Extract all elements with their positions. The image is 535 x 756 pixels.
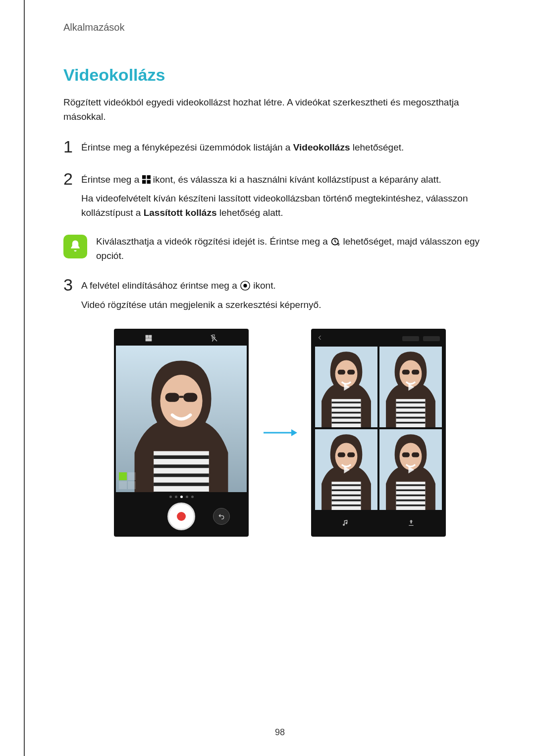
flash-off-icon [210,334,218,342]
step-2-pre: Érintse meg a [81,174,142,185]
svg-rect-38 [412,370,419,375]
svg-rect-10 [146,339,152,341]
step-1-pre: Érintse meg a fényképezési üzemmódok lis… [81,142,293,152]
svg-point-7 [243,284,247,287]
back-icon[interactable] [317,335,323,343]
svg-rect-1 [147,175,150,179]
step-2-post: ikont, és válassza ki a használni kívánt… [153,174,441,185]
record-button[interactable] [167,503,195,530]
svg-rect-3 [147,180,150,184]
collage-grid-icon [142,175,151,184]
play-icon [405,464,416,475]
step-2: 2 Érintse meg a ikont, és válassza ki a … [63,170,496,225]
step-2-text-1: Érintse meg a ikont, és válassza ki a ha… [81,173,496,187]
tip-text: Kiválaszthatja a videók rögzítési idejét… [96,235,496,263]
play-icon [341,464,352,475]
editor-bottombar [313,512,444,534]
page-number: 98 [25,726,535,739]
breadcrumb: Alkalmazások [63,20,496,35]
music-button[interactable] [342,519,350,527]
step-1: 1 Érintse meg a fényképezési üzemmódok l… [63,138,496,160]
tip-callout: Kiválaszthatja a videók rögzítési idejét… [63,235,496,263]
mode-dots [116,494,247,499]
document-page: Alkalmazások Videokollázs Rögzített vide… [24,0,535,756]
camera-screenshot [114,329,249,537]
step-2-p2-post: lehetőség alatt. [217,207,283,218]
svg-rect-57 [402,453,410,457]
camera-viewfinder [116,346,247,492]
step-1-bold: Videokollázs [293,142,350,152]
svg-rect-27 [338,370,345,375]
collage-cell-3[interactable] [315,429,377,510]
step-3-text-1: A felvétel elindításához érintse meg a i… [81,279,496,293]
bell-icon [63,235,87,258]
step-1-post: lehetőséget. [350,142,404,152]
svg-rect-48 [347,453,355,457]
svg-rect-0 [142,175,146,179]
step-number: 2 [63,170,74,225]
camera-topbar [116,333,247,344]
svg-rect-14 [165,393,179,402]
step-number: 3 [63,276,74,317]
play-icon [405,382,416,393]
play-icon [341,382,352,393]
step-3-post: ikont. [253,280,275,291]
svg-rect-37 [402,370,410,375]
svg-text:6: 6 [337,242,339,247]
intro-text: Rögzített videókból egyedi videokollázst… [63,96,496,124]
step-2-text-2: Ha videofelvételt kíván készíteni lassít… [81,192,496,220]
step-2-p2-bold: Lassított kollázs [144,207,217,218]
figure-row [63,329,496,537]
camera-collage-icon [145,334,153,342]
step-3-text-2: Videó rögzítése után megjelenik a szerke… [81,298,496,312]
step-3: 3 A felvétel elindításához érintse meg a… [63,276,496,317]
step-number: 1 [63,138,74,160]
svg-rect-9 [149,335,152,338]
svg-rect-8 [146,335,148,338]
svg-rect-16 [179,396,183,398]
collage-cell-2[interactable] [379,347,442,427]
svg-rect-2 [142,180,146,184]
svg-rect-47 [338,453,345,457]
step-3-pre: A felvétel elindításához érintse meg a [81,280,240,291]
record-inline-icon [240,280,251,291]
editor-action-2[interactable] [423,336,440,341]
svg-rect-58 [412,453,419,457]
collage-cell-1[interactable] [315,347,377,427]
subject-portrait [116,346,247,492]
timer-icon: 6 [330,237,340,247]
collage-preview [313,345,444,512]
collage-progress-indicator [119,472,136,489]
undo-button[interactable] [213,508,230,525]
collage-cell-4[interactable] [379,429,442,510]
svg-rect-28 [347,370,355,375]
export-button[interactable] [407,519,415,527]
arrow-right-icon [263,428,297,438]
svg-marker-24 [291,429,297,436]
camera-controls [116,499,247,534]
editor-action-1[interactable] [402,336,419,341]
editor-screenshot [311,329,446,537]
editor-topbar [313,333,444,345]
tip-pre: Kiválaszthatja a videók rögzítési idejét… [96,236,330,247]
svg-rect-15 [183,393,197,402]
step-1-text: Érintse meg a fényképezési üzemmódok lis… [81,141,496,155]
page-title: Videokollázs [63,62,496,88]
